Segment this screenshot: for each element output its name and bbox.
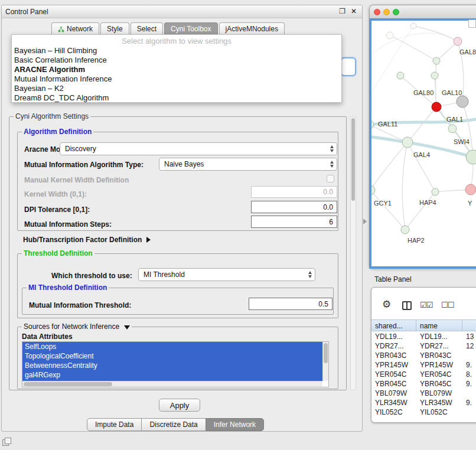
algorithm-option[interactable]: Dream8 DC_TDC Algorithm (12, 93, 341, 103)
tab-jactivemnodules[interactable]: jActiveMNodules (219, 22, 285, 35)
mi-steps-label: Mutual Information Steps: (24, 220, 112, 229)
column-header[interactable]: name (416, 320, 462, 331)
field-value: 6 (329, 218, 333, 226)
algorithm-refresh-button-fragment[interactable] (341, 57, 356, 76)
network-node[interactable] (371, 185, 375, 195)
algorithm-definition-title: Algorithm Definition (22, 128, 93, 136)
network-view-window: GAL8 GAL80 GAL10 GAL11 GAL1 SWI4 GAL4 GC… (369, 5, 476, 269)
sources-toggle[interactable]: Sources for Network Inference (22, 322, 132, 331)
network-node-label: GAL10 (442, 89, 462, 96)
tab-infer-network[interactable]: Infer Network (206, 418, 264, 431)
data-attribute-item[interactable]: SelfLoops (22, 342, 322, 351)
table-cell: YDR27... (371, 342, 416, 350)
scrollbar-thumb[interactable] (351, 118, 355, 201)
deselect-all-rows-icon[interactable]: ☐☐ (441, 301, 454, 309)
network-canvas[interactable]: GAL8 GAL80 GAL10 GAL11 GAL1 SWI4 GAL4 GC… (369, 18, 476, 269)
table-row[interactable]: YDL19...YDL19...13 (371, 332, 476, 341)
network-node[interactable] (448, 125, 457, 133)
table-cell: YLR345W (416, 399, 462, 407)
network-node[interactable] (465, 184, 476, 195)
table-row[interactable]: YIL052CYIL052C (371, 407, 476, 417)
aracne-mode-combo[interactable]: Discovery (60, 142, 337, 155)
close-icon[interactable]: ✕ (351, 7, 357, 15)
panel-dock-icon[interactable] (2, 438, 11, 445)
tab-label: Discretize Data (149, 420, 197, 429)
manual-kernel-checkbox (327, 175, 334, 182)
kernel-width-label: Kernel Width (0,1): (24, 190, 87, 198)
network-node[interactable] (432, 188, 439, 195)
network-node[interactable] (401, 226, 409, 234)
table-row[interactable]: YBL079WYBL079W (371, 389, 476, 398)
table-row[interactable]: YDR27...YDR27...12 (371, 341, 476, 351)
network-node[interactable] (466, 150, 476, 164)
tab-impute-data[interactable]: Impute Data (87, 418, 142, 431)
scrollbar-thumb[interactable] (324, 343, 328, 363)
data-attribute-item[interactable]: TopologicalCoefficient (22, 351, 322, 361)
hub-definition-toggle[interactable]: Hub/Transcription Factor Definition (23, 236, 151, 244)
network-node[interactable] (433, 57, 440, 64)
tab-cyni-toolbox[interactable]: Cyni Toolbox (164, 22, 217, 35)
network-node[interactable] (402, 137, 413, 148)
algorithm-option[interactable]: Bayesian – K2 (12, 84, 341, 93)
mi-steps-field[interactable]: 6 (251, 216, 337, 228)
algorithm-option[interactable]: Basic Correlation Inference (12, 56, 341, 65)
column-selector-icon[interactable] (402, 301, 412, 310)
select-all-rows-icon[interactable]: ☑☑ (420, 301, 432, 309)
gear-icon[interactable]: ⚙ (382, 298, 391, 311)
mi-threshold-field[interactable]: 0.5 (249, 298, 332, 310)
column-header[interactable]: shared... (371, 320, 416, 331)
table-cell: YPR145W (371, 361, 416, 369)
network-node-label: GAL80 (413, 89, 433, 96)
column-header[interactable] (462, 320, 476, 331)
table-cell: YBR043C (371, 351, 416, 360)
algorithm-option[interactable]: Mutual Information Inference (12, 74, 341, 84)
network-node[interactable] (454, 37, 462, 45)
tab-label: Network (67, 25, 93, 33)
network-node[interactable] (431, 72, 438, 79)
data-attributes-list[interactable]: SelfLoopsTopologicalCoefficientBetweenne… (22, 341, 329, 387)
table-row[interactable]: YBR045CYBR045C9. (371, 379, 476, 389)
tab-discretize-data[interactable]: Discretize Data (141, 418, 206, 431)
data-attribute-item[interactable]: BetweennessCentrality (22, 361, 322, 370)
float-window-icon[interactable]: ❐ (339, 7, 345, 15)
network-node[interactable] (432, 102, 441, 112)
mi-type-label: Mutual Information Algorithm Type: (24, 161, 144, 169)
table-panel-title: Table Panel (374, 275, 412, 283)
scrollbar-thumb[interactable] (24, 382, 112, 386)
list-vertical-scrollbar[interactable] (322, 342, 328, 381)
control-panel-titlebar[interactable]: Control Panel ❐ ✕ (2, 5, 362, 18)
algorithm-option[interactable]: Bayesian – Hill Climbing (12, 46, 341, 56)
table-row[interactable]: YER054CYER054C8. (371, 370, 476, 379)
minimize-traffic-light[interactable] (383, 9, 390, 15)
dpi-tolerance-field[interactable]: 0.0 (251, 201, 337, 213)
network-node[interactable] (410, 23, 416, 29)
tab-label: Infer Network (214, 420, 256, 429)
tab-style[interactable]: Style (100, 22, 129, 35)
table-cell: YBR045C (416, 380, 462, 388)
table-row[interactable]: YLR345WYLR345W9. (371, 398, 476, 407)
splitter-arrow[interactable] (363, 219, 367, 224)
algorithm-option[interactable]: ARACNE Algorithm (12, 65, 341, 74)
settings-scrollbar[interactable] (350, 116, 356, 390)
field-value: 0.0 (323, 188, 333, 196)
birdseye-button[interactable] (468, 19, 476, 28)
network-node[interactable] (397, 72, 404, 79)
zoom-traffic-light[interactable] (393, 9, 399, 15)
which-threshold-combo[interactable]: MI Threshold (138, 268, 315, 281)
close-traffic-light[interactable] (374, 9, 380, 15)
network-node[interactable] (386, 32, 393, 39)
kernel-width-field: 0.0 (251, 186, 337, 198)
apply-button[interactable]: Apply (159, 399, 200, 412)
data-attribute-item[interactable]: gal4RGexp (22, 370, 322, 380)
table-body: YDL19...YDL19...13YDR27...YDR27...12YBR0… (371, 332, 476, 422)
table-row[interactable]: YBR043CYBR043C (371, 351, 476, 360)
tab-select[interactable]: Select (131, 22, 163, 35)
tab-network[interactable]: Network (51, 22, 99, 35)
network-node[interactable] (457, 96, 468, 107)
mi-type-combo[interactable]: Naive Bayes (159, 158, 337, 171)
network-node[interactable] (371, 120, 374, 129)
list-horizontal-scrollbar[interactable] (22, 381, 322, 387)
table-cell: YER054C (371, 370, 416, 379)
table-row[interactable]: YPR145WYPR145W9. (371, 360, 476, 370)
network-window-titlebar[interactable] (369, 5, 476, 18)
